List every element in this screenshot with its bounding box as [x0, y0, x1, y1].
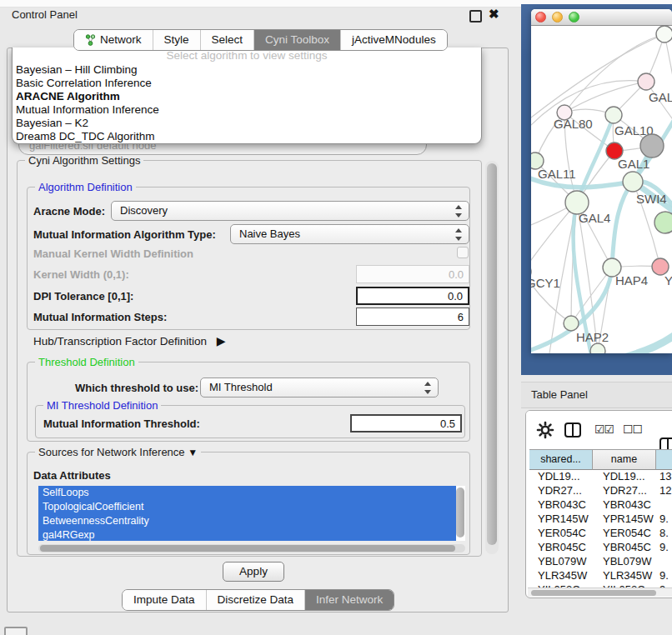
network-canvas[interactable]: GALGAL80GAL10GAL1GAL11SWI4GAL4GCY1HAP4YH… — [531, 25, 672, 353]
zoom-traffic-light-icon[interactable] — [569, 12, 579, 22]
table-cell[interactable]: YPR145W — [529, 512, 593, 526]
dock-panel-icon[interactable] — [4, 627, 28, 635]
network-node-pink-right[interactable] — [652, 258, 669, 275]
dropdown-arrows-icon — [424, 382, 432, 394]
network-node-swi4[interactable] — [623, 172, 643, 192]
table-row: YDR27...YDR27...12 — [529, 483, 672, 498]
table-cell[interactable]: YDL19... — [529, 469, 593, 483]
mi-steps-input[interactable] — [356, 308, 469, 326]
kernel-width-input[interactable] — [356, 265, 469, 283]
apply-button[interactable]: Apply — [223, 562, 284, 582]
table-cell[interactable]: 9. — [656, 540, 672, 554]
manual-kernel-checkbox[interactable] — [457, 247, 469, 258]
network-node-hap2[interactable] — [564, 316, 579, 331]
table-cell[interactable]: 12 — [656, 483, 672, 498]
table-cell[interactable]: YBL079W — [593, 554, 656, 568]
table-row: YER054CYER054C8. — [529, 526, 672, 540]
table-cell[interactable]: YPR145W — [593, 512, 656, 526]
table-cell[interactable]: 8. — [656, 526, 672, 540]
network-node-gal10[interactable] — [605, 107, 622, 123]
column-header-name[interactable]: name — [593, 450, 656, 470]
tab-discretize-data[interactable]: Discretize Data — [206, 590, 305, 610]
bottom-tabs: Impute DataDiscretize DataInfer Network — [122, 589, 394, 611]
table-cell[interactable]: YDR27... — [593, 483, 656, 498]
attribute-item-betweennesscentrality[interactable]: BetweennessCentrality — [38, 514, 456, 528]
right-arrow-icon: ▶ — [217, 334, 226, 348]
tab-jactivemnodules[interactable]: jActiveMNodules — [340, 30, 447, 50]
table-cell[interactable]: YDR27... — [529, 483, 593, 498]
column-header-a[interactable]: A — [656, 450, 672, 470]
table-horizontal-thumb[interactable] — [531, 590, 656, 596]
node-label-y: Y — [664, 273, 672, 288]
data-attributes-label: Data Attributes — [33, 469, 111, 482]
dpi-tolerance-input[interactable] — [356, 287, 469, 305]
table-cell[interactable]: YDL19... — [593, 469, 656, 483]
list-vertical-scrollbar[interactable] — [456, 488, 464, 538]
settings-group-title: Cyni Algorithm Settings — [25, 154, 143, 167]
algorithm-option-mutual-information-inference[interactable]: Mutual Information Inference — [13, 103, 481, 117]
network-node-node-top[interactable] — [656, 26, 672, 42]
attribute-item-gal4rgexp[interactable]: gal4RGexp — [38, 528, 456, 541]
table-cell[interactable]: 9. — [656, 512, 672, 526]
network-window-titlebar[interactable] — [531, 9, 672, 26]
node-label-gal4: GAL4 — [579, 211, 610, 225]
tab-select[interactable]: Select — [200, 30, 254, 50]
attribute-item-topologicalcoefficient[interactable]: TopologicalCoefficient — [38, 500, 456, 514]
manual-kernel-label: Manual Kernel Width Definition — [33, 248, 193, 260]
algorithm-option-aracne-algorithm[interactable]: ARACNE Algorithm — [13, 90, 481, 103]
attribute-item-selfloops[interactable]: SelfLoops — [38, 486, 456, 500]
float-window-icon[interactable] — [469, 10, 482, 22]
dropdown-arrows-icon — [455, 228, 463, 241]
tab-cyni-toolbox[interactable]: Cyni Toolbox — [253, 30, 340, 50]
mi-type-select[interactable]: Naive Bayes — [230, 224, 469, 244]
algorithm-option-bayesian-k2[interactable]: Bayesian – K2 — [13, 117, 481, 130]
table-cell[interactable]: YLR345W — [593, 568, 656, 582]
network-node-gray-node[interactable] — [640, 134, 664, 158]
mi-threshold-input[interactable] — [350, 414, 462, 432]
table-cell[interactable]: YBR043C — [529, 498, 593, 512]
aracne-mode-select[interactable]: Discovery — [111, 201, 469, 221]
network-node-node-bottom[interactable] — [590, 343, 605, 353]
table-cell[interactable]: YBR043C — [593, 498, 656, 512]
algorithm-option-bayesian-hill-climbing[interactable]: Bayesian – Hill Climbing — [13, 63, 481, 77]
table-cell[interactable]: YER054C — [529, 526, 593, 540]
column-header-shared[interactable]: shared... — [529, 450, 593, 470]
hub-definition-toggle[interactable]: Hub/Transcription Factor Definition ▶ — [33, 334, 226, 348]
control-panel-tabs: NetworkStyleSelectCyni ToolboxjActiveMNo… — [73, 29, 448, 51]
sources-group-title: Sources for Network Inference ▼ — [35, 446, 201, 458]
tab-infer-network[interactable]: Infer Network — [304, 590, 394, 610]
table-cell[interactable] — [656, 554, 672, 568]
node-label-gal: GAL — [649, 90, 672, 104]
split-view-icon[interactable] — [564, 422, 581, 438]
table-cell[interactable]: YBR045C — [529, 540, 593, 554]
close-icon[interactable]: ✖ — [489, 7, 499, 22]
table-cell[interactable]: 13 — [656, 469, 672, 483]
checked-checkboxes-icon[interactable]: ☑☑ — [594, 422, 614, 436]
table-cell[interactable]: 9. — [656, 568, 672, 582]
table-cell[interactable] — [656, 498, 672, 512]
list-horizontal-scrollbar[interactable] — [38, 544, 465, 552]
tab-impute-data[interactable]: Impute Data — [123, 590, 206, 610]
network-node-gal-cut[interactable] — [638, 73, 654, 90]
network-node-big-green[interactable] — [654, 212, 672, 233]
tab-style[interactable]: Style — [153, 30, 200, 50]
algorithm-option-dream8-dc-tdc-algorithm[interactable]: Dream8 DC_TDC Algorithm — [13, 130, 481, 143]
table-horizontal-scrollbar[interactable] — [528, 588, 672, 597]
minimize-traffic-light-icon[interactable] — [552, 12, 563, 22]
table-cell[interactable]: YLR345W — [529, 568, 593, 582]
which-threshold-select[interactable]: MI Threshold — [200, 378, 439, 398]
table-cell[interactable]: YBR045C — [593, 540, 656, 554]
settings-scrollbar-thumb[interactable] — [487, 163, 497, 545]
close-traffic-light-icon[interactable] — [535, 12, 546, 22]
tab-network[interactable]: Network — [74, 30, 153, 50]
gear-icon[interactable] — [536, 421, 554, 439]
table-toolbar: ☑☑ ☐☐ — [526, 411, 672, 449]
table-row: YPR145WYPR145W9. — [529, 512, 672, 526]
list-horizontal-thumb[interactable] — [40, 545, 455, 552]
algorithm-option-basic-correlation-inference[interactable]: Basic Correlation Inference — [13, 77, 481, 90]
unchecked-checkboxes-icon[interactable]: ☐☐ — [623, 422, 642, 436]
kernel-width-label: Kernel Width (0,1): — [33, 268, 129, 281]
settings-scrollbar-track[interactable] — [485, 161, 499, 554]
table-cell[interactable]: YBL079W — [529, 554, 593, 568]
table-cell[interactable]: YER054C — [593, 526, 656, 540]
